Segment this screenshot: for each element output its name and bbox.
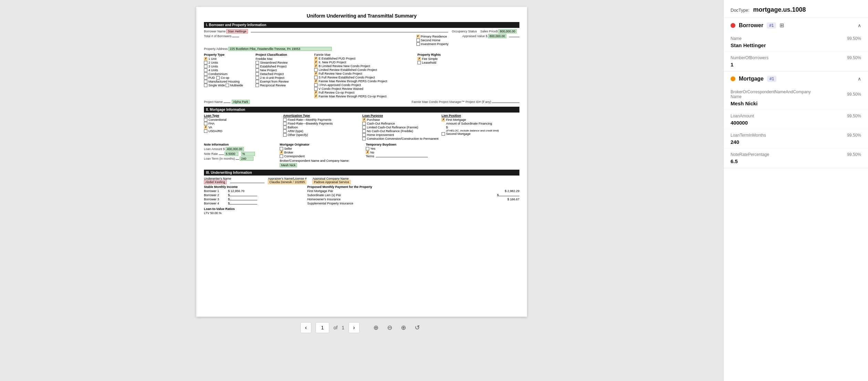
fm8-cb[interactable] <box>314 83 318 87</box>
freddie-mac-label: Freddie Mac <box>256 57 307 61</box>
estab-proj-cb[interactable] <box>256 65 259 68</box>
page-number-input[interactable] <box>316 322 329 333</box>
detached-cb[interactable] <box>256 72 259 76</box>
zoom-in-button[interactable]: ⊕ <box>371 322 382 333</box>
appraisal-company-label: Appraisal Company Name <box>312 177 353 180</box>
pan-button[interactable]: ⊕ <box>398 322 409 333</box>
buydown-no-cb[interactable]: ✗ <box>366 151 369 154</box>
1unit-cb[interactable]: ✗ <box>204 57 207 61</box>
doctype-label: DocType: <box>731 8 750 13</box>
mortgage-entity-header[interactable]: Mortgage #1 ∧ <box>724 72 868 86</box>
supplemental-row: Supplemental Property Insurance <box>307 202 519 205</box>
note-rate-field-label: NoteRatePercentage <box>731 152 769 157</box>
note-rate-pct: % <box>241 152 255 156</box>
primary-residence-label: Primary Residence <box>421 35 447 38</box>
prev-page-button[interactable]: ‹ <box>300 322 311 333</box>
fm3-cb[interactable]: ✗ <box>314 64 318 68</box>
project-classification-section: Project Classification Freddie Mac Strea… <box>256 53 307 98</box>
first-mortgage-cb[interactable]: ✗ <box>442 118 445 121</box>
purchase-cb[interactable]: ✗ <box>362 118 366 121</box>
amortization-label: Amortization Type <box>283 114 361 117</box>
table-icon[interactable]: ⊞ <box>779 22 784 29</box>
next-page-button[interactable]: › <box>349 322 360 333</box>
reciprocal-cb[interactable] <box>256 84 259 87</box>
streamlined-cb[interactable] <box>256 61 259 64</box>
note-rate-row: Note Rate 6.5000 % <box>204 152 273 156</box>
leasehold-cb[interactable] <box>417 61 421 64</box>
fm10-cb[interactable]: ✗ <box>314 91 318 94</box>
fixed-monthly-cb[interactable] <box>283 118 287 121</box>
other-cb[interactable] <box>283 133 287 137</box>
subordinate-row: Amount of Subordinate Financing <box>446 122 519 125</box>
sub-payment-value: $ <box>497 193 499 197</box>
pud-cb[interactable] <box>204 76 207 80</box>
coop-cb[interactable] <box>216 76 220 80</box>
condo-cb[interactable] <box>204 72 207 76</box>
b3-value: $ <box>228 198 230 201</box>
number-of-borrowers-data: 1 <box>731 62 861 67</box>
limitedco-cb[interactable] <box>362 126 366 129</box>
homeowner-value: $ 166.67 <box>507 198 519 201</box>
fee-simple-cb[interactable]: ✗ <box>417 57 421 61</box>
exempt-cb[interactable] <box>256 80 259 83</box>
b3-label: Borrower 3 <box>204 198 228 201</box>
arm-cb[interactable] <box>283 129 287 133</box>
fm6-cb[interactable] <box>314 76 318 79</box>
appraiser-col: Appraiser's Name/License # Claudia Denes… <box>268 177 309 184</box>
b2-label: Borrower 2 <box>204 193 228 197</box>
mw-cb[interactable] <box>226 84 229 87</box>
mortgage-chevron[interactable]: ∧ <box>858 76 861 82</box>
borrower-name-confidence: 99.50% <box>847 36 861 41</box>
subordinate-amount: $ <box>446 126 519 129</box>
fixed-biweekly-cb[interactable] <box>283 122 287 125</box>
fm1-cb[interactable]: ✗ <box>314 57 318 60</box>
borrower-badge: #1 <box>767 22 776 29</box>
appraised-value-value: 800,000.00 <box>488 34 506 38</box>
loan-grid: Loan Type Conventional FHA ✗VA USDA/RD A… <box>204 114 519 141</box>
underwriter-col: Underwriter's Name Abdiel Keeling <box>204 177 265 184</box>
mortgage-originator-section: Mortgage Originator Seller ✗Broker Corre… <box>280 143 359 167</box>
total-pages: 1 <box>342 325 344 330</box>
fm7-cb[interactable]: ✗ <box>314 80 318 83</box>
primary-residence-checkbox[interactable]: ✗ <box>416 35 420 38</box>
3unit-cb[interactable] <box>204 65 207 68</box>
2to4-cb[interactable] <box>256 76 259 80</box>
va-cb[interactable]: ✗ <box>204 126 207 129</box>
fha-cb[interactable] <box>204 122 207 125</box>
note-info-section: Note Information Loan Amount $ 400,000.0… <box>204 143 273 167</box>
new-proj-cb[interactable] <box>256 68 259 72</box>
zoom-out-button[interactable]: ⊖ <box>384 322 395 333</box>
borrower-entity-header[interactable]: Borrower #1 ⊞ ∧ <box>724 18 868 33</box>
fm11-cb[interactable]: ✗ <box>314 95 318 98</box>
cashout-cb[interactable] <box>362 122 366 125</box>
mfg-cb[interactable] <box>204 80 207 83</box>
homeimpr-cb[interactable] <box>362 133 366 137</box>
buydown-yes-label: Yes <box>370 147 375 150</box>
second-home-checkbox[interactable] <box>416 39 420 42</box>
buydown-yes-cb[interactable] <box>366 147 369 150</box>
construction-cb[interactable] <box>362 137 366 140</box>
borrower-chevron[interactable]: ∧ <box>858 23 861 28</box>
seller-cb[interactable] <box>280 147 283 150</box>
balloon-cb[interactable] <box>283 126 287 129</box>
fm9-cb[interactable] <box>314 87 318 91</box>
borrower-name-value: Stan Hettinge <box>226 29 248 33</box>
sw-cb[interactable] <box>204 84 207 87</box>
homeowner-label: Homeowner's Insurance <box>307 198 507 201</box>
2unit-cb[interactable] <box>204 61 207 64</box>
nocashout-cb[interactable] <box>362 129 366 133</box>
second-mortgage-cb[interactable] <box>442 132 445 136</box>
correspondent-cb[interactable] <box>280 155 283 158</box>
investment-property-checkbox[interactable] <box>416 42 420 46</box>
zoom-controls: ⊕ ⊖ ⊕ ↺ <box>371 322 423 333</box>
rotate-button[interactable]: ↺ <box>412 322 423 333</box>
broker-cb[interactable]: ✗ <box>280 151 283 154</box>
broker-name-value: Mesh Nick <box>280 163 297 167</box>
fm4-cb[interactable] <box>314 68 318 72</box>
conventional-cb[interactable] <box>204 118 207 121</box>
4unit-cb[interactable] <box>204 68 207 72</box>
usda-cb[interactable] <box>204 129 207 133</box>
b1-label: Borrower 1 <box>204 189 228 193</box>
fm5-cb[interactable]: ✗ <box>314 72 318 75</box>
fm2-cb[interactable]: ✗ <box>314 61 318 64</box>
